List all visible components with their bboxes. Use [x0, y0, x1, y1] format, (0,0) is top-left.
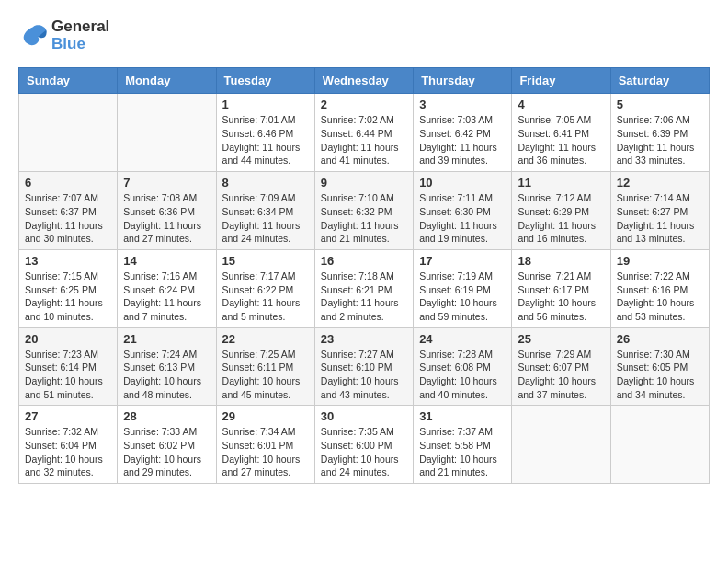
day-number: 7	[123, 176, 210, 190]
day-info: Sunrise: 7:18 AM Sunset: 6:21 PM Dayligh…	[321, 270, 407, 324]
day-number: 23	[321, 332, 407, 346]
calendar-cell: 26Sunrise: 7:30 AM Sunset: 6:05 PM Dayli…	[610, 327, 709, 406]
calendar-cell: 27Sunrise: 7:32 AM Sunset: 6:04 PM Dayli…	[19, 406, 118, 484]
day-number: 22	[222, 332, 309, 346]
logo-line2: Blue	[51, 36, 109, 53]
calendar-cell: 30Sunrise: 7:35 AM Sunset: 6:00 PM Dayli…	[314, 406, 413, 484]
column-header-monday: Monday	[118, 68, 216, 94]
page-header: General Blue	[18, 18, 710, 52]
day-number: 1	[222, 98, 309, 111]
calendar-cell: 11Sunrise: 7:12 AM Sunset: 6:29 PM Dayli…	[512, 172, 610, 250]
logo-line1: General	[51, 18, 109, 36]
calendar-cell: 3Sunrise: 7:03 AM Sunset: 6:42 PM Daylig…	[414, 94, 512, 172]
day-info: Sunrise: 7:10 AM Sunset: 6:32 PM Dayligh…	[321, 191, 407, 246]
day-number: 10	[419, 176, 506, 190]
day-info: Sunrise: 7:17 AM Sunset: 6:22 PM Dayligh…	[222, 270, 309, 324]
day-number: 30	[321, 409, 407, 423]
day-number: 17	[419, 254, 506, 268]
day-number: 13	[25, 254, 111, 268]
day-number: 16	[321, 254, 407, 268]
calendar-cell: 13Sunrise: 7:15 AM Sunset: 6:25 PM Dayli…	[19, 249, 118, 327]
calendar-week-row: 6Sunrise: 7:07 AM Sunset: 6:37 PM Daylig…	[19, 172, 710, 250]
calendar-cell: 18Sunrise: 7:21 AM Sunset: 6:17 PM Dayli…	[512, 249, 610, 327]
calendar-week-row: 13Sunrise: 7:15 AM Sunset: 6:25 PM Dayli…	[19, 249, 710, 327]
day-info: Sunrise: 7:27 AM Sunset: 6:10 PM Dayligh…	[321, 348, 407, 402]
calendar-cell	[19, 94, 118, 172]
calendar-cell: 24Sunrise: 7:28 AM Sunset: 6:08 PM Dayli…	[414, 327, 512, 406]
day-number: 24	[419, 332, 506, 346]
day-number: 28	[123, 409, 210, 423]
day-info: Sunrise: 7:14 AM Sunset: 6:27 PM Dayligh…	[617, 191, 703, 246]
calendar-header-row: SundayMondayTuesdayWednesdayThursdayFrid…	[19, 68, 710, 94]
day-number: 5	[617, 98, 703, 111]
day-info: Sunrise: 7:22 AM Sunset: 6:16 PM Dayligh…	[617, 270, 703, 324]
day-number: 21	[123, 332, 210, 346]
day-info: Sunrise: 7:29 AM Sunset: 6:07 PM Dayligh…	[518, 348, 604, 402]
day-number: 19	[617, 254, 703, 268]
day-number: 11	[518, 176, 604, 190]
day-info: Sunrise: 7:07 AM Sunset: 6:37 PM Dayligh…	[25, 191, 111, 246]
day-info: Sunrise: 7:35 AM Sunset: 6:00 PM Dayligh…	[321, 425, 407, 479]
day-info: Sunrise: 7:16 AM Sunset: 6:24 PM Dayligh…	[123, 270, 210, 324]
column-header-tuesday: Tuesday	[216, 68, 314, 94]
calendar-cell: 22Sunrise: 7:25 AM Sunset: 6:11 PM Dayli…	[216, 327, 314, 406]
calendar-cell	[512, 406, 610, 484]
day-info: Sunrise: 7:06 AM Sunset: 6:39 PM Dayligh…	[617, 113, 703, 167]
day-number: 4	[518, 98, 604, 111]
day-info: Sunrise: 7:11 AM Sunset: 6:30 PM Dayligh…	[419, 191, 506, 246]
calendar-cell: 19Sunrise: 7:22 AM Sunset: 6:16 PM Dayli…	[610, 249, 709, 327]
day-number: 6	[25, 176, 111, 190]
column-header-thursday: Thursday	[414, 68, 512, 94]
calendar-week-row: 1Sunrise: 7:01 AM Sunset: 6:46 PM Daylig…	[19, 94, 710, 172]
day-info: Sunrise: 7:23 AM Sunset: 6:14 PM Dayligh…	[25, 348, 111, 402]
day-info: Sunrise: 7:05 AM Sunset: 6:41 PM Dayligh…	[518, 113, 604, 167]
day-info: Sunrise: 7:12 AM Sunset: 6:29 PM Dayligh…	[518, 191, 604, 246]
day-info: Sunrise: 7:03 AM Sunset: 6:42 PM Dayligh…	[419, 113, 506, 167]
day-number: 14	[123, 254, 210, 268]
day-info: Sunrise: 7:09 AM Sunset: 6:34 PM Dayligh…	[222, 191, 309, 246]
calendar-cell: 23Sunrise: 7:27 AM Sunset: 6:10 PM Dayli…	[314, 327, 413, 406]
calendar-cell: 21Sunrise: 7:24 AM Sunset: 6:13 PM Dayli…	[118, 327, 216, 406]
column-header-wednesday: Wednesday	[314, 68, 413, 94]
calendar-cell: 12Sunrise: 7:14 AM Sunset: 6:27 PM Dayli…	[610, 172, 709, 250]
column-header-friday: Friday	[512, 68, 610, 94]
calendar-table: SundayMondayTuesdayWednesdayThursdayFrid…	[18, 67, 710, 484]
calendar-cell: 25Sunrise: 7:29 AM Sunset: 6:07 PM Dayli…	[512, 327, 610, 406]
day-info: Sunrise: 7:28 AM Sunset: 6:08 PM Dayligh…	[419, 348, 506, 402]
day-number: 27	[25, 409, 111, 423]
column-header-sunday: Sunday	[19, 68, 118, 94]
calendar-week-row: 20Sunrise: 7:23 AM Sunset: 6:14 PM Dayli…	[19, 327, 710, 406]
calendar-cell: 1Sunrise: 7:01 AM Sunset: 6:46 PM Daylig…	[216, 94, 314, 172]
day-number: 20	[25, 332, 111, 346]
day-number: 29	[222, 409, 309, 423]
logo: General Blue	[18, 18, 109, 52]
calendar-cell: 5Sunrise: 7:06 AM Sunset: 6:39 PM Daylig…	[610, 94, 709, 172]
calendar-cell: 7Sunrise: 7:08 AM Sunset: 6:36 PM Daylig…	[118, 172, 216, 250]
day-number: 9	[321, 176, 407, 190]
calendar-cell: 20Sunrise: 7:23 AM Sunset: 6:14 PM Dayli…	[19, 327, 118, 406]
day-number: 8	[222, 176, 309, 190]
calendar-cell: 14Sunrise: 7:16 AM Sunset: 6:24 PM Dayli…	[118, 249, 216, 327]
calendar-cell: 6Sunrise: 7:07 AM Sunset: 6:37 PM Daylig…	[19, 172, 118, 250]
logo-icon	[18, 23, 48, 49]
day-info: Sunrise: 7:32 AM Sunset: 6:04 PM Dayligh…	[25, 425, 111, 479]
day-info: Sunrise: 7:21 AM Sunset: 6:17 PM Dayligh…	[518, 270, 604, 324]
calendar-cell: 28Sunrise: 7:33 AM Sunset: 6:02 PM Dayli…	[118, 406, 216, 484]
calendar-cell: 8Sunrise: 7:09 AM Sunset: 6:34 PM Daylig…	[216, 172, 314, 250]
day-number: 31	[419, 409, 506, 423]
day-info: Sunrise: 7:30 AM Sunset: 6:05 PM Dayligh…	[617, 348, 703, 402]
calendar-cell	[610, 406, 709, 484]
day-info: Sunrise: 7:25 AM Sunset: 6:11 PM Dayligh…	[222, 348, 309, 402]
day-number: 18	[518, 254, 604, 268]
calendar-cell	[118, 94, 216, 172]
day-info: Sunrise: 7:02 AM Sunset: 6:44 PM Dayligh…	[321, 113, 407, 167]
calendar-cell: 4Sunrise: 7:05 AM Sunset: 6:41 PM Daylig…	[512, 94, 610, 172]
day-info: Sunrise: 7:33 AM Sunset: 6:02 PM Dayligh…	[123, 425, 210, 479]
day-info: Sunrise: 7:15 AM Sunset: 6:25 PM Dayligh…	[25, 270, 111, 324]
day-info: Sunrise: 7:37 AM Sunset: 5:58 PM Dayligh…	[419, 425, 506, 479]
day-number: 26	[617, 332, 703, 346]
day-number: 2	[321, 98, 407, 111]
day-number: 15	[222, 254, 309, 268]
calendar-cell: 16Sunrise: 7:18 AM Sunset: 6:21 PM Dayli…	[314, 249, 413, 327]
day-info: Sunrise: 7:08 AM Sunset: 6:36 PM Dayligh…	[123, 191, 210, 246]
